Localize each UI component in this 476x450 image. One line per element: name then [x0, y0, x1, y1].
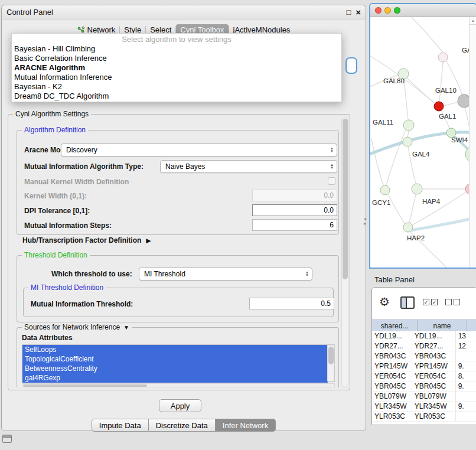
panel-title: Control Panel: [6, 8, 53, 17]
cell: 9.: [456, 361, 476, 371]
cell: [456, 392, 476, 401]
columns-icon-left-pane: [402, 298, 407, 308]
cell: YBR045C: [372, 381, 412, 391]
table-body: YDL19... YDL19... 13 YDR27... YDR27... 1…: [372, 331, 476, 422]
float-window-icon[interactable]: □: [346, 8, 351, 17]
table-row[interactable]: YDL19... YDL19... 13: [372, 331, 476, 341]
table-row[interactable]: YLR053C YLR053C: [372, 412, 476, 422]
manual-kernel-label: Manual Kernel Width Definition: [24, 178, 129, 186]
node-gal4[interactable]: [403, 137, 412, 146]
columns-icon[interactable]: [400, 296, 415, 309]
network-scrollbar[interactable]: ▲: [469, 17, 476, 269]
tab-infer-network[interactable]: Infer Network: [216, 419, 276, 432]
checked-box-icon: ✓: [423, 299, 429, 305]
popup-option-aracne[interactable]: ARACNE Algorithm: [12, 63, 341, 73]
cell: YDL19...: [412, 331, 456, 341]
manual-kernel-checkbox[interactable]: [328, 177, 335, 185]
aracne-mode-value: Discovery: [66, 146, 97, 154]
combo-arrows-icon: ▲▼: [330, 164, 334, 169]
popup-option-bayesian-k2[interactable]: Bayesian - K2: [12, 82, 341, 92]
scroll-up-icon: ▲: [471, 19, 475, 22]
select-all-checks-icon[interactable]: ✓ ✓: [423, 299, 438, 305]
table-row[interactable]: YBR043C YBR043C: [372, 351, 476, 361]
table-row[interactable]: YPR145W YPR145W 9.: [372, 361, 476, 371]
close-window-icon[interactable]: ×: [356, 7, 361, 17]
column-header-cut[interactable]: [467, 320, 476, 332]
tab-discretize-data[interactable]: Discretize Data: [149, 419, 216, 432]
network-window-titlebar[interactable]: [370, 4, 476, 17]
expand-right-icon: ▶: [146, 237, 151, 244]
column-header-name[interactable]: name: [418, 320, 467, 332]
aracne-mode-select[interactable]: Discovery ▲▼: [61, 144, 337, 156]
mi-steps-input[interactable]: 6: [252, 219, 337, 231]
node-hap2[interactable]: [403, 223, 413, 232]
list-scrollbar[interactable]: [327, 345, 334, 381]
cell: YBR045C: [412, 381, 456, 391]
list-item-gal4rgexp[interactable]: gal4RGexp: [22, 373, 328, 383]
node-label: HAP4: [422, 198, 441, 205]
popup-option-dream8[interactable]: Dream8 DC_TDC Algorithm: [12, 92, 341, 101]
mi-threshold-input[interactable]: 0.5: [249, 298, 334, 309]
restore-panel-icon[interactable]: [2, 435, 12, 443]
control-panel-window: Control Panel □ × Network Style S: [1, 5, 366, 431]
cell: [456, 351, 476, 361]
settings-scrollbar[interactable]: [341, 117, 348, 387]
popup-option-bayesian-hill-climbing[interactable]: Bayesian - Hill Climbing: [12, 44, 341, 54]
gear-icon[interactable]: ⚙: [379, 295, 390, 309]
node-gray[interactable]: [458, 94, 470, 107]
node-gal10-red[interactable]: [434, 102, 444, 111]
node-unlabeled-top[interactable]: [438, 53, 448, 62]
list-item-topologicalcoefficient[interactable]: TopologicalCoefficient: [22, 354, 328, 364]
combo-arrows-icon: ▲▼: [330, 147, 334, 153]
table-row[interactable]: YBL079W YBL079W: [372, 392, 476, 402]
cell: YBL079W: [372, 392, 412, 401]
node-label: GAL11: [373, 119, 393, 126]
zoom-traffic-icon[interactable]: [394, 7, 400, 14]
kernel-width-input[interactable]: 0.0: [252, 190, 337, 201]
table-row[interactable]: YLR345W YLR345W 9.: [372, 402, 476, 412]
cell: YDR27...: [372, 341, 412, 351]
mi-type-select[interactable]: Naive Bayes ▲▼: [160, 160, 337, 173]
list-horizontal-scrollbar[interactable]: [22, 383, 335, 387]
algorithm-combobox-fragment[interactable]: [345, 57, 357, 74]
table-row[interactable]: YBR045C YBR045C 9.: [372, 381, 476, 392]
popup-option-basic-correlation[interactable]: Basic Correlation Inference: [12, 54, 341, 63]
scroll-up-button[interactable]: ▲: [470, 17, 476, 25]
sources-toggle[interactable]: Sources for Network Inference ▼: [22, 323, 132, 331]
node-hap4[interactable]: [412, 184, 422, 194]
node-gcy1[interactable]: [380, 185, 390, 195]
list-item-selfloops[interactable]: SelfLoops: [22, 345, 328, 354]
mi-threshold-group: MI Threshold Definition Mutual Informati…: [23, 288, 334, 317]
table-row[interactable]: YDR27... YDR27... 12: [372, 341, 476, 351]
dpi-tolerance-input[interactable]: 0.0: [252, 204, 337, 216]
close-traffic-icon[interactable]: [375, 7, 382, 14]
apply-button[interactable]: Apply: [159, 399, 201, 412]
tab-impute-data[interactable]: Impute Data: [92, 419, 149, 432]
network-labels: GAL GAL80 GAL10 GAL11 GAL1 SWI4 GAL4 GCY…: [372, 47, 470, 242]
cell: YDL19...: [372, 331, 412, 341]
column-header-shared-name[interactable]: shared...: [372, 320, 418, 332]
network-view-window: GAL GAL80 GAL10 GAL11 GAL1 SWI4 GAL4 GCY…: [369, 3, 476, 269]
cell: YBR043C: [372, 351, 412, 361]
which-threshold-value: MI Threshold: [144, 270, 185, 278]
which-threshold-select[interactable]: MI Threshold ▲▼: [139, 268, 312, 281]
table-toolbar: ⚙ ✓ ✓: [372, 288, 476, 319]
table-panel-title: Table Panel: [374, 275, 415, 284]
hub-definition-label: Hub/Transcription Factor Definition: [22, 236, 141, 244]
node-gal11[interactable]: [403, 120, 414, 131]
list-item-betweennesscentrality[interactable]: BetweennessCentrality: [22, 364, 328, 373]
node-label: GAL1: [439, 113, 456, 120]
splitter-handle[interactable]: ◂ ▸: [362, 214, 368, 229]
hub-definition-toggle[interactable]: Hub/Transcription Factor Definition ▶: [22, 236, 151, 244]
deselect-all-boxes-icon[interactable]: [445, 299, 460, 305]
cell: YLR345W: [372, 402, 412, 411]
node-label: GAL10: [435, 87, 457, 94]
minimize-traffic-icon[interactable]: [384, 7, 391, 14]
popup-option-mutual-information[interactable]: Mutual Information Inference: [12, 73, 341, 82]
table-header-row: shared... name: [372, 319, 476, 331]
kernel-width-label: Kernel Width (0,1):: [24, 192, 87, 200]
mi-type-label: Mutual Information Algorithm Type:: [24, 162, 144, 171]
control-panel-titlebar[interactable]: Control Panel □ ×: [2, 5, 366, 19]
network-canvas[interactable]: GAL GAL80 GAL10 GAL11 GAL1 SWI4 GAL4 GCY…: [370, 17, 470, 269]
table-row[interactable]: YER054C YER054C 8.: [372, 371, 476, 381]
